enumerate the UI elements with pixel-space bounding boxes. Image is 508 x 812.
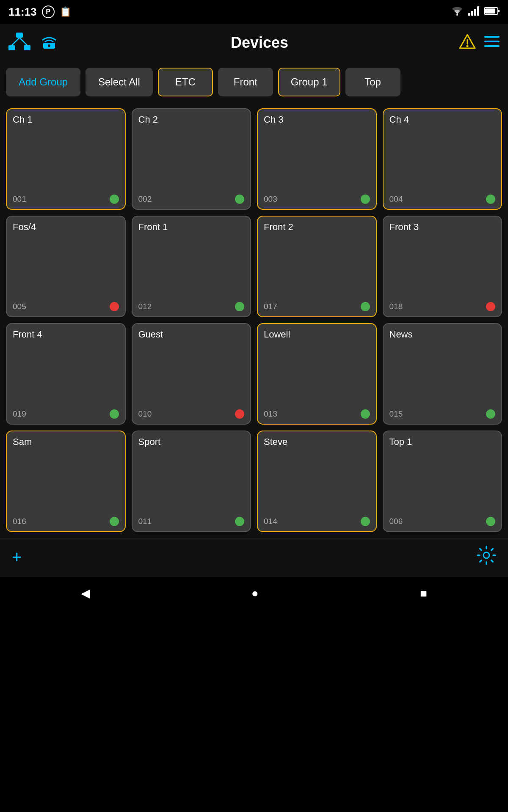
device-name: Ch 1 — [13, 114, 119, 125]
svg-rect-10 — [24, 45, 30, 50]
device-id: 015 — [389, 409, 403, 419]
group-tabs: Add Group Select All ETC Front Group 1 T… — [0, 62, 508, 102]
device-card-sport[interactable]: Sport 011 — [132, 431, 251, 532]
svg-rect-19 — [484, 41, 500, 42]
battery-icon — [484, 7, 500, 17]
svg-point-14 — [48, 44, 50, 47]
device-card-steve[interactable]: Steve 014 — [257, 431, 377, 532]
device-footer: 004 — [389, 195, 496, 204]
device-card-ch4[interactable]: Ch 4 004 — [383, 108, 502, 210]
status-dot-red — [235, 409, 244, 419]
tab-add-group[interactable]: Add Group — [6, 68, 80, 96]
device-card-fos4[interactable]: Fos/4 005 — [6, 216, 126, 317]
svg-rect-3 — [474, 9, 476, 16]
bottom-bar: + — [0, 538, 508, 576]
device-name: Front 2 — [264, 222, 370, 233]
clock: 11:13 — [8, 5, 37, 19]
device-card-ch3[interactable]: Ch 3 003 — [257, 108, 377, 210]
device-card-guest[interactable]: Guest 010 — [132, 323, 251, 425]
warning-icon-button[interactable] — [459, 33, 476, 53]
svg-rect-18 — [484, 36, 500, 38]
status-dot-green — [110, 517, 119, 526]
device-footer: 002 — [138, 195, 245, 204]
device-name: Sport — [138, 436, 245, 447]
menu-icon-button[interactable] — [484, 35, 500, 51]
device-id: 018 — [389, 302, 403, 311]
network-topology-icon[interactable] — [8, 33, 30, 53]
nav-bar: ◀ ● ■ — [0, 576, 508, 610]
device-card-sam[interactable]: Sam 016 — [6, 431, 126, 532]
device-name: Ch 2 — [138, 114, 245, 125]
device-footer: 011 — [138, 517, 245, 526]
status-dot-green — [486, 195, 495, 204]
device-footer: 001 — [13, 195, 119, 204]
tab-etc[interactable]: ETC — [158, 68, 213, 96]
device-card-news[interactable]: News 015 — [383, 323, 502, 425]
home-button[interactable]: ● — [251, 587, 259, 600]
device-name: Front 1 — [138, 222, 245, 233]
device-grid: Ch 1 001 Ch 2 002 Ch 3 003 Ch 4 004 Fos/… — [0, 102, 508, 538]
device-footer: 018 — [389, 302, 496, 311]
svg-rect-20 — [484, 45, 500, 47]
device-card-ch2[interactable]: Ch 2 002 — [132, 108, 251, 210]
device-name: Top 1 — [389, 436, 496, 447]
device-id: 001 — [13, 195, 26, 204]
recent-apps-button[interactable]: ■ — [420, 587, 427, 600]
page-title: Devices — [231, 34, 288, 52]
device-footer: 014 — [264, 517, 370, 526]
header-right-icons — [459, 33, 500, 53]
device-name: News — [389, 329, 496, 340]
svg-line-12 — [19, 38, 27, 45]
device-name: Front 4 — [13, 329, 119, 340]
device-footer: 010 — [138, 409, 245, 419]
tab-front[interactable]: Front — [218, 68, 273, 96]
status-dot-green — [110, 195, 119, 204]
svg-rect-8 — [16, 33, 23, 38]
status-dot-green — [235, 517, 244, 526]
status-dot-green — [361, 517, 370, 526]
device-id: 006 — [389, 517, 403, 526]
tab-group1[interactable]: Group 1 — [278, 68, 340, 96]
device-card-ch1[interactable]: Ch 1 001 — [6, 108, 126, 210]
device-card-front1[interactable]: Front 1 012 — [132, 216, 251, 317]
device-id: 002 — [138, 195, 152, 204]
device-name: Ch 4 — [389, 114, 496, 125]
device-id: 013 — [264, 409, 277, 419]
device-id: 014 — [264, 517, 277, 526]
device-name: Fos/4 — [13, 222, 119, 233]
svg-rect-1 — [468, 13, 470, 16]
status-bar: 11:13 P 📋 — [0, 0, 508, 24]
tab-select-all[interactable]: Select All — [86, 68, 153, 96]
status-dot-red — [486, 302, 495, 311]
wifi-router-icon[interactable] — [38, 33, 60, 53]
device-card-front2[interactable]: Front 2 017 — [257, 216, 377, 317]
device-card-lowell[interactable]: Lowell 013 — [257, 323, 377, 425]
device-footer: 005 — [13, 302, 119, 311]
status-dot-red — [110, 302, 119, 311]
device-card-front4[interactable]: Front 4 019 — [6, 323, 126, 425]
tab-top[interactable]: Top — [345, 68, 400, 96]
device-name: Lowell — [264, 329, 370, 340]
svg-rect-2 — [471, 11, 473, 16]
device-id: 003 — [264, 195, 277, 204]
device-id: 019 — [13, 409, 26, 419]
svg-rect-4 — [477, 6, 479, 16]
settings-button[interactable] — [477, 546, 496, 569]
device-id: 005 — [13, 302, 26, 311]
device-id: 010 — [138, 409, 152, 419]
device-card-top1[interactable]: Top 1 006 — [383, 431, 502, 532]
device-footer: 016 — [13, 517, 119, 526]
status-dot-green — [110, 409, 119, 419]
add-device-button[interactable]: + — [12, 548, 22, 567]
svg-rect-6 — [485, 8, 495, 14]
status-dot-green — [235, 195, 244, 204]
device-card-front3[interactable]: Front 3 018 — [383, 216, 502, 317]
signal-icon — [468, 6, 480, 17]
device-name: Front 3 — [389, 222, 496, 233]
back-button[interactable]: ◀ — [81, 586, 90, 600]
header: Devices — [0, 24, 508, 62]
device-footer: 013 — [264, 409, 370, 419]
svg-point-17 — [466, 45, 468, 47]
device-name: Ch 3 — [264, 114, 370, 125]
device-footer: 012 — [138, 302, 245, 311]
